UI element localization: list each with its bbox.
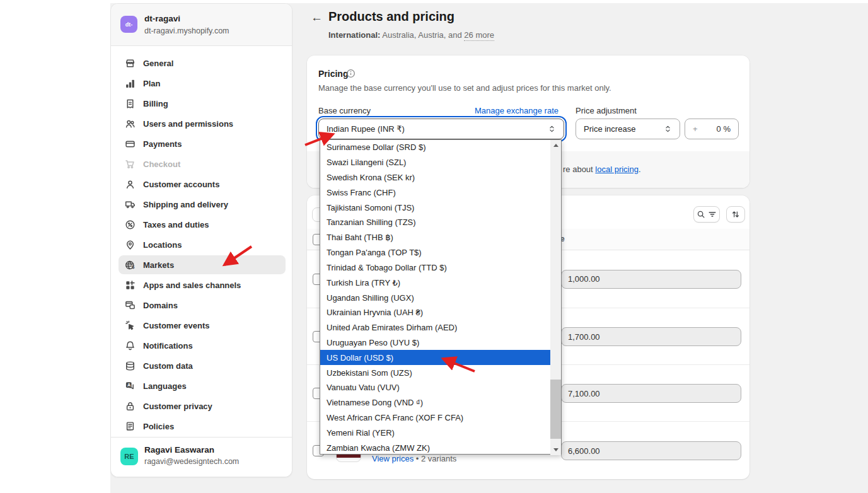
sidebar-item-customer-events[interactable]: Customer events	[119, 316, 286, 335]
price-input[interactable]: 1,700.00	[561, 327, 741, 346]
store-icon	[125, 58, 136, 69]
price-value: 1,700.00	[568, 332, 600, 342]
svg-text:A: A	[127, 382, 131, 388]
view-prices-link[interactable]: View prices	[372, 454, 414, 463]
currency-option-ukrainian-hryvnia-uah[interactable]: Ukrainian Hryvnia (UAH ₴)	[320, 305, 552, 320]
page-title: Products and pricing	[328, 9, 454, 24]
local-pricing-link[interactable]: local pricing	[595, 165, 639, 174]
sort-button[interactable]	[726, 206, 745, 223]
sidebar-item-checkout[interactable]: Checkout	[119, 154, 286, 173]
sort-icon	[731, 210, 740, 219]
price-input[interactable]: 7,100.00	[561, 384, 741, 403]
currency-option-swiss-franc-chf[interactable]: Swiss Franc (CHF)	[320, 185, 552, 200]
sidebar-item-label: Customer accounts	[143, 180, 219, 189]
currency-option-uzbekistani-som-uzs[interactable]: Uzbekistani Som (UZS)	[320, 365, 552, 380]
scrollbar-thumb[interactable]	[550, 380, 561, 439]
apps-icon	[125, 280, 136, 291]
sidebar-item-billing[interactable]: Billing	[119, 94, 286, 113]
product-subtitle: View prices • 2 variants	[372, 454, 456, 463]
currency-option-us-dollar-usd[interactable]: US Dollar (USD $)	[320, 350, 552, 365]
sidebar-item-payments[interactable]: Payments	[119, 134, 286, 153]
currency-option-tongan-pa-anga-top-t[interactable]: Tongan Pa'anga (TOP T$)	[320, 245, 552, 260]
sidebar-item-label: Taxes and duties	[143, 220, 209, 229]
currency-option-list: Surinamese Dollar (SRD $)Swazi Lilangeni…	[320, 140, 552, 455]
currency-option-vanuatu-vatu-vuv[interactable]: Vanuatu Vatu (VUV)	[320, 380, 552, 395]
back-button[interactable]: ←	[311, 11, 323, 25]
sidebar-item-general[interactable]: General	[119, 54, 286, 72]
page-subtitle: International: Australia, Austria, and 2…	[328, 30, 494, 40]
price-value: 6,600.00	[568, 446, 600, 456]
sidebar-item-notifications[interactable]: Notifications	[119, 336, 286, 355]
sidebar-item-customer-privacy[interactable]: Customer privacy	[119, 397, 286, 415]
currency-option-thai-baht-thb[interactable]: Thai Baht (THB ฿)	[320, 230, 552, 245]
settings-nav: GeneralPlanBillingUsers and permissionsP…	[119, 54, 286, 437]
scroll-down-arrow-icon[interactable]	[550, 444, 561, 455]
sidebar-item-markets[interactable]: $Markets	[119, 255, 286, 274]
sidebar-item-languages[interactable]: ALanguages	[119, 376, 286, 395]
currency-option-surinamese-dollar-srd[interactable]: Surinamese Dollar (SRD $)	[320, 140, 552, 155]
dropdown-scrollbar[interactable]	[550, 140, 561, 455]
user-name: Ragavi Easwaran	[144, 445, 214, 455]
currency-option-tanzanian-shilling-tzs[interactable]: Tanzanian Shilling (TZS)	[320, 215, 552, 230]
sidebar-item-label: Billing	[143, 99, 168, 108]
search-icon	[697, 210, 705, 219]
price-input[interactable]: 6,600.00	[561, 441, 741, 460]
sidebar-item-custom-data[interactable]: Custom data	[119, 356, 286, 375]
variants-count: • 2 variants	[414, 454, 456, 463]
sidebar-item-domains[interactable]: Domains	[119, 296, 286, 315]
sidebar-item-label: Customer privacy	[143, 402, 212, 411]
price-input[interactable]: 1,000.00	[561, 270, 741, 289]
sidebar-item-apps-and-sales-channels[interactable]: Apps and sales channels	[119, 276, 286, 294]
more-countries-link[interactable]: 26 more	[464, 30, 494, 41]
cart-icon	[125, 159, 136, 170]
currency-option-zambian-kwacha-zmw-zk[interactable]: Zambian Kwacha (ZMW ZK)	[320, 440, 552, 455]
sidebar-item-label: Locations	[143, 240, 182, 250]
currency-option-west-african-cfa-franc-xof-f-cfa[interactable]: West African CFA Franc (XOF F CFA)	[320, 410, 552, 426]
sidebar-item-users-and-permissions[interactable]: Users and permissions	[119, 114, 286, 133]
sidebar-item-label: Checkout	[143, 160, 180, 169]
local-pricing-note: re about local pricing.	[563, 165, 641, 174]
currency-option-tajikistani-somoni-tjs[interactable]: Tajikistani Somoni (TJS)	[320, 200, 552, 215]
currency-option-vietnamese-dong-vnd[interactable]: Vietnamese Dong (VND ₫)	[320, 395, 552, 410]
price-adjustment-value: Price increase	[584, 124, 635, 134]
pricing-description: Manage the base currency you'll use to s…	[318, 83, 611, 93]
percent-prefix: +	[693, 124, 698, 134]
sidebar-item-customer-accounts[interactable]: Customer accounts	[119, 175, 286, 194]
currency-option-trinidad-tobago-dollar-ttd[interactable]: Trinidad & Tobago Dollar (TTD $)	[320, 260, 552, 276]
price-adjustment-select[interactable]: Price increase	[576, 119, 680, 139]
sidebar-item-taxes-and-duties[interactable]: Taxes and duties	[119, 215, 286, 234]
search-filter-button[interactable]	[693, 206, 720, 223]
currency-option-swazi-lilangeni-szl[interactable]: Swazi Lilangeni (SZL)	[320, 155, 552, 170]
scroll-up-arrow-icon[interactable]	[550, 140, 561, 151]
sidebar-item-label: Policies	[143, 422, 174, 431]
info-icon[interactable]	[346, 69, 356, 78]
sidebar-item-label: Plan	[143, 79, 160, 88]
sidebar-item-plan[interactable]: Plan	[119, 74, 286, 93]
base-currency-select[interactable]: Indian Rupee (INR ₹)	[318, 119, 564, 139]
sidebar-item-label: Languages	[143, 381, 187, 391]
filter-icon	[708, 210, 717, 219]
payments-icon	[125, 139, 136, 149]
store-name: dt-ragavi	[144, 14, 180, 23]
adjustment-percent-input[interactable]: + 0 %	[685, 119, 739, 139]
cursor-icon	[125, 320, 136, 331]
currency-option-turkish-lira-try[interactable]: Turkish Lira (TRY ₺)	[320, 275, 552, 290]
settings-sidebar: dt- dt-ragavi dt-ragavi.myshopify.com Ge…	[110, 3, 292, 477]
sidebar-item-locations[interactable]: Locations	[119, 235, 286, 254]
price-value: 7,100.00	[568, 389, 600, 398]
user-footer[interactable]: RE Ragavi Easwaran ragavi@wedesigntech.c…	[111, 437, 292, 477]
manage-exchange-rate-link[interactable]: Manage exchange rate	[475, 106, 558, 115]
store-domain: dt-ragavi.myshopify.com	[144, 26, 229, 35]
currency-option-ugandan-shilling-ugx[interactable]: Ugandan Shilling (UGX)	[320, 290, 552, 305]
sidebar-item-shipping-and-delivery[interactable]: Shipping and delivery	[119, 195, 286, 214]
truck-icon	[125, 199, 136, 210]
sidebar-item-label: Payments	[143, 139, 182, 149]
currency-option-united-arab-emirates-dirham-aed[interactable]: United Arab Emirates Dirham (AED)	[320, 320, 552, 335]
note-fragment: re about	[563, 165, 595, 174]
currency-option-swedish-krona-sek-kr[interactable]: Swedish Krona (SEK kr)	[320, 170, 552, 185]
currency-option-uruguayan-peso-uyu[interactable]: Uruguayan Peso (UYU $)	[320, 335, 552, 351]
sidebar-item-label: Domains	[143, 301, 178, 310]
bell-icon	[125, 340, 136, 351]
currency-option-yemeni-rial-yer[interactable]: Yemeni Rial (YER)	[320, 425, 552, 440]
sidebar-item-policies[interactable]: Policies	[119, 417, 286, 436]
